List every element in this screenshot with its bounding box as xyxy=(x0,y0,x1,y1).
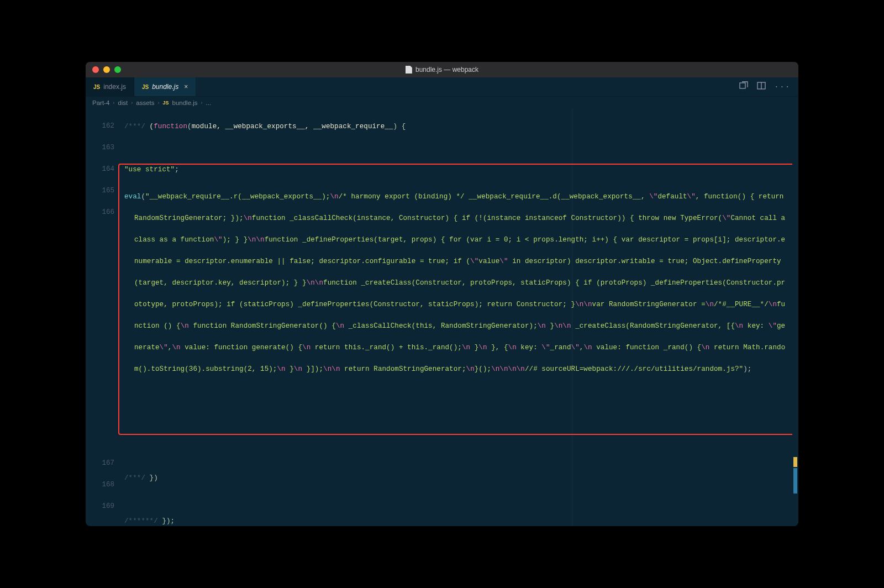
code-content[interactable]: /***/ (function(module, __webpack_export… xyxy=(124,109,798,526)
close-icon[interactable]: × xyxy=(184,83,188,91)
breadcrumb-seg[interactable]: dist xyxy=(118,99,128,106)
breadcrumb-seg[interactable]: Part-4 xyxy=(92,99,109,106)
compare-icon[interactable] xyxy=(739,81,748,92)
more-icon[interactable]: ··· xyxy=(775,83,791,91)
tab-bar: JS index.js JS bundle.js × ··· xyxy=(86,77,798,97)
maximize-window-icon[interactable] xyxy=(114,66,121,73)
line-number: 164 xyxy=(86,165,124,186)
breadcrumb[interactable]: Part-4 › dist › assets › JS bundle.js › … xyxy=(86,97,798,109)
chevron-right-icon: › xyxy=(131,100,133,106)
tab-bundle-js[interactable]: JS bundle.js × xyxy=(134,77,196,96)
line-number: 167 xyxy=(86,459,124,480)
close-window-icon[interactable] xyxy=(92,66,99,73)
split-editor-icon[interactable] xyxy=(757,81,766,92)
tab-index-js[interactable]: JS index.js xyxy=(86,77,134,96)
editor-window: bundle.js — webpack JS index.js JS bundl… xyxy=(86,62,798,526)
line-number: 168 xyxy=(86,480,124,502)
code-line-164: "use strict"; xyxy=(124,165,798,186)
tab-actions: ··· xyxy=(739,77,798,96)
code-line-167: /***/ }) xyxy=(124,473,798,495)
chevron-right-icon: › xyxy=(201,100,203,106)
js-badge-icon: JS xyxy=(142,84,149,90)
code-line-165: eval("__webpack_require__.r(__webpack_ex… xyxy=(124,186,798,452)
traffic-lights xyxy=(86,66,121,73)
marker-warning-icon xyxy=(793,457,797,467)
line-number: 163 xyxy=(86,143,124,165)
titlebar: bundle.js — webpack xyxy=(86,62,798,77)
code-line-166 xyxy=(124,452,798,473)
js-badge-icon: JS xyxy=(162,100,169,106)
overview-ruler[interactable] xyxy=(792,109,798,526)
minimize-window-icon[interactable] xyxy=(103,66,110,73)
breadcrumb-seg[interactable]: ... xyxy=(206,99,212,106)
line-number: 169 xyxy=(86,502,124,523)
breadcrumb-seg[interactable]: bundle.js xyxy=(172,99,198,106)
code-line-163 xyxy=(124,143,798,165)
window-title: bundle.js — webpack xyxy=(406,66,478,74)
breadcrumb-seg[interactable]: assets xyxy=(136,99,154,106)
js-badge-icon: JS xyxy=(93,84,100,90)
code-line-162: /***/ (function(module, __webpack_export… xyxy=(124,122,798,143)
code-editor[interactable]: 162 163 164 165 166 167 168 169 /***/ (f… xyxy=(86,109,798,526)
code-line-169: /******/ }); xyxy=(124,516,798,526)
file-icon xyxy=(406,66,412,74)
tab-label: index.js xyxy=(103,83,126,91)
line-number: 162 xyxy=(86,122,124,143)
marker-selection-icon xyxy=(793,468,797,494)
line-number-gutter: 162 163 164 165 166 167 168 169 xyxy=(86,109,124,526)
tab-label: bundle.js xyxy=(152,83,178,91)
svg-rect-0 xyxy=(740,83,745,88)
window-title-text: bundle.js — webpack xyxy=(415,66,478,74)
line-number: 166 xyxy=(86,208,124,459)
chevron-right-icon: › xyxy=(113,100,114,106)
line-number: 165 xyxy=(86,186,124,208)
chevron-right-icon: › xyxy=(157,100,159,106)
code-line-168 xyxy=(124,495,798,516)
